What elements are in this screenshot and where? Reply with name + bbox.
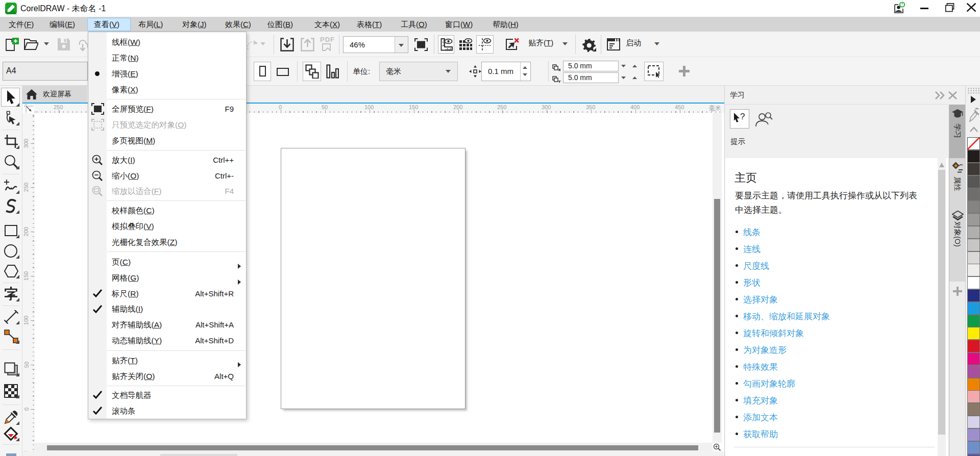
svg-text:?: ? <box>740 112 745 121</box>
